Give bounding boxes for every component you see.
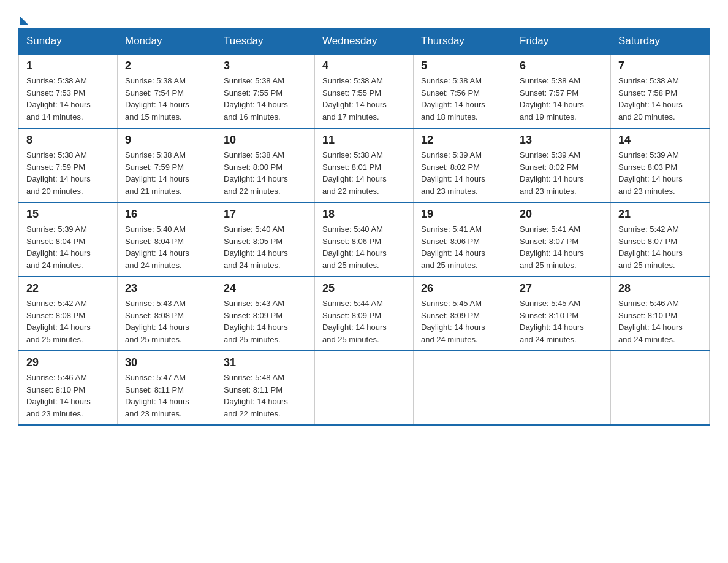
calendar-cell: 2 Sunrise: 5:38 AM Sunset: 7:54 PM Dayli… xyxy=(118,54,216,128)
calendar-cell xyxy=(414,351,512,425)
col-header-friday: Friday xyxy=(512,29,611,55)
day-info: Sunrise: 5:41 AM Sunset: 8:07 PM Dayligh… xyxy=(520,224,584,270)
logo-arrow-icon xyxy=(20,16,28,25)
calendar-cell: 22 Sunrise: 5:42 AM Sunset: 8:08 PM Dayl… xyxy=(19,277,118,351)
day-info: Sunrise: 5:38 AM Sunset: 7:59 PM Dayligh… xyxy=(125,150,189,196)
calendar-cell: 8 Sunrise: 5:38 AM Sunset: 7:59 PM Dayli… xyxy=(19,128,118,202)
day-info: Sunrise: 5:38 AM Sunset: 7:55 PM Dayligh… xyxy=(224,76,288,121)
day-number: 12 xyxy=(421,134,504,147)
calendar-week-row: 29 Sunrise: 5:46 AM Sunset: 8:10 PM Dayl… xyxy=(19,351,710,425)
calendar-cell: 31 Sunrise: 5:48 AM Sunset: 8:11 PM Dayl… xyxy=(216,351,315,425)
day-number: 28 xyxy=(618,282,702,295)
day-number: 16 xyxy=(125,208,208,221)
day-info: Sunrise: 5:43 AM Sunset: 8:08 PM Dayligh… xyxy=(125,299,189,344)
day-number: 26 xyxy=(421,282,504,295)
calendar-cell: 18 Sunrise: 5:40 AM Sunset: 8:06 PM Dayl… xyxy=(315,202,414,277)
day-info: Sunrise: 5:39 AM Sunset: 8:04 PM Dayligh… xyxy=(26,224,91,270)
day-info: Sunrise: 5:42 AM Sunset: 8:08 PM Dayligh… xyxy=(26,299,91,344)
day-number: 20 xyxy=(520,208,603,221)
calendar-cell: 28 Sunrise: 5:46 AM Sunset: 8:10 PM Dayl… xyxy=(611,277,710,351)
day-number: 11 xyxy=(322,134,406,147)
day-number: 25 xyxy=(322,282,406,295)
col-header-monday: Monday xyxy=(118,29,216,55)
day-number: 10 xyxy=(224,134,307,147)
calendar-cell xyxy=(512,351,611,425)
day-number: 5 xyxy=(421,59,504,72)
day-number: 23 xyxy=(125,282,208,295)
day-info: Sunrise: 5:43 AM Sunset: 8:09 PM Dayligh… xyxy=(224,299,288,344)
day-number: 4 xyxy=(322,59,406,72)
col-header-tuesday: Tuesday xyxy=(216,29,315,55)
col-header-sunday: Sunday xyxy=(19,29,118,55)
calendar-cell: 23 Sunrise: 5:43 AM Sunset: 8:08 PM Dayl… xyxy=(118,277,216,351)
calendar-cell: 20 Sunrise: 5:41 AM Sunset: 8:07 PM Dayl… xyxy=(512,202,611,277)
day-number: 15 xyxy=(26,208,110,221)
day-number: 2 xyxy=(125,59,208,72)
calendar-cell: 12 Sunrise: 5:39 AM Sunset: 8:02 PM Dayl… xyxy=(414,128,512,202)
day-number: 30 xyxy=(125,356,208,369)
calendar-cell xyxy=(611,351,710,425)
calendar-cell: 19 Sunrise: 5:41 AM Sunset: 8:06 PM Dayl… xyxy=(414,202,512,277)
day-number: 14 xyxy=(618,134,702,147)
day-info: Sunrise: 5:38 AM Sunset: 7:59 PM Dayligh… xyxy=(26,150,91,196)
day-number: 17 xyxy=(224,208,307,221)
calendar-cell: 10 Sunrise: 5:38 AM Sunset: 8:00 PM Dayl… xyxy=(216,128,315,202)
calendar-cell: 3 Sunrise: 5:38 AM Sunset: 7:55 PM Dayli… xyxy=(216,54,315,128)
col-header-thursday: Thursday xyxy=(414,29,512,55)
day-number: 3 xyxy=(224,59,307,72)
calendar-week-row: 1 Sunrise: 5:38 AM Sunset: 7:53 PM Dayli… xyxy=(19,54,710,128)
day-number: 13 xyxy=(520,134,603,147)
calendar-cell: 4 Sunrise: 5:38 AM Sunset: 7:55 PM Dayli… xyxy=(315,54,414,128)
day-number: 7 xyxy=(618,59,702,72)
page-header xyxy=(18,12,710,22)
calendar-cell: 24 Sunrise: 5:43 AM Sunset: 8:09 PM Dayl… xyxy=(216,277,315,351)
day-info: Sunrise: 5:45 AM Sunset: 8:09 PM Dayligh… xyxy=(421,299,485,344)
calendar-table: SundayMondayTuesdayWednesdayThursdayFrid… xyxy=(18,28,710,426)
logo xyxy=(18,12,28,22)
calendar-cell: 16 Sunrise: 5:40 AM Sunset: 8:04 PM Dayl… xyxy=(118,202,216,277)
day-number: 31 xyxy=(224,356,307,369)
day-number: 18 xyxy=(322,208,406,221)
col-header-saturday: Saturday xyxy=(611,29,710,55)
day-info: Sunrise: 5:38 AM Sunset: 7:53 PM Dayligh… xyxy=(26,76,91,121)
day-number: 22 xyxy=(26,282,110,295)
calendar-cell: 29 Sunrise: 5:46 AM Sunset: 8:10 PM Dayl… xyxy=(19,351,118,425)
calendar-cell: 1 Sunrise: 5:38 AM Sunset: 7:53 PM Dayli… xyxy=(19,54,118,128)
day-info: Sunrise: 5:40 AM Sunset: 8:05 PM Dayligh… xyxy=(224,224,288,270)
day-number: 29 xyxy=(26,356,110,369)
day-info: Sunrise: 5:41 AM Sunset: 8:06 PM Dayligh… xyxy=(421,224,485,270)
day-info: Sunrise: 5:44 AM Sunset: 8:09 PM Dayligh… xyxy=(322,299,387,344)
col-header-wednesday: Wednesday xyxy=(315,29,414,55)
day-number: 21 xyxy=(618,208,702,221)
day-info: Sunrise: 5:39 AM Sunset: 8:03 PM Dayligh… xyxy=(618,150,683,196)
calendar-week-row: 15 Sunrise: 5:39 AM Sunset: 8:04 PM Dayl… xyxy=(19,202,710,277)
calendar-week-row: 22 Sunrise: 5:42 AM Sunset: 8:08 PM Dayl… xyxy=(19,277,710,351)
calendar-cell: 14 Sunrise: 5:39 AM Sunset: 8:03 PM Dayl… xyxy=(611,128,710,202)
day-number: 9 xyxy=(125,134,208,147)
calendar-cell: 27 Sunrise: 5:45 AM Sunset: 8:10 PM Dayl… xyxy=(512,277,611,351)
day-info: Sunrise: 5:38 AM Sunset: 7:57 PM Dayligh… xyxy=(520,76,584,121)
day-number: 1 xyxy=(26,59,110,72)
calendar-cell: 7 Sunrise: 5:38 AM Sunset: 7:58 PM Dayli… xyxy=(611,54,710,128)
day-info: Sunrise: 5:39 AM Sunset: 8:02 PM Dayligh… xyxy=(520,150,584,196)
day-info: Sunrise: 5:38 AM Sunset: 7:56 PM Dayligh… xyxy=(421,76,485,121)
day-info: Sunrise: 5:38 AM Sunset: 8:01 PM Dayligh… xyxy=(322,150,387,196)
calendar-week-row: 8 Sunrise: 5:38 AM Sunset: 7:59 PM Dayli… xyxy=(19,128,710,202)
calendar-cell: 15 Sunrise: 5:39 AM Sunset: 8:04 PM Dayl… xyxy=(19,202,118,277)
day-number: 6 xyxy=(520,59,603,72)
day-number: 19 xyxy=(421,208,504,221)
day-info: Sunrise: 5:40 AM Sunset: 8:04 PM Dayligh… xyxy=(125,224,189,270)
calendar-cell: 5 Sunrise: 5:38 AM Sunset: 7:56 PM Dayli… xyxy=(414,54,512,128)
day-info: Sunrise: 5:47 AM Sunset: 8:11 PM Dayligh… xyxy=(125,373,189,418)
day-info: Sunrise: 5:38 AM Sunset: 7:54 PM Dayligh… xyxy=(125,76,189,121)
day-info: Sunrise: 5:48 AM Sunset: 8:11 PM Dayligh… xyxy=(224,373,288,418)
calendar-cell: 30 Sunrise: 5:47 AM Sunset: 8:11 PM Dayl… xyxy=(118,351,216,425)
calendar-cell: 6 Sunrise: 5:38 AM Sunset: 7:57 PM Dayli… xyxy=(512,54,611,128)
day-number: 27 xyxy=(520,282,603,295)
calendar-cell xyxy=(315,351,414,425)
calendar-cell: 11 Sunrise: 5:38 AM Sunset: 8:01 PM Dayl… xyxy=(315,128,414,202)
day-number: 8 xyxy=(26,134,110,147)
day-info: Sunrise: 5:45 AM Sunset: 8:10 PM Dayligh… xyxy=(520,299,584,344)
day-info: Sunrise: 5:38 AM Sunset: 7:58 PM Dayligh… xyxy=(618,76,683,121)
calendar-cell: 25 Sunrise: 5:44 AM Sunset: 8:09 PM Dayl… xyxy=(315,277,414,351)
